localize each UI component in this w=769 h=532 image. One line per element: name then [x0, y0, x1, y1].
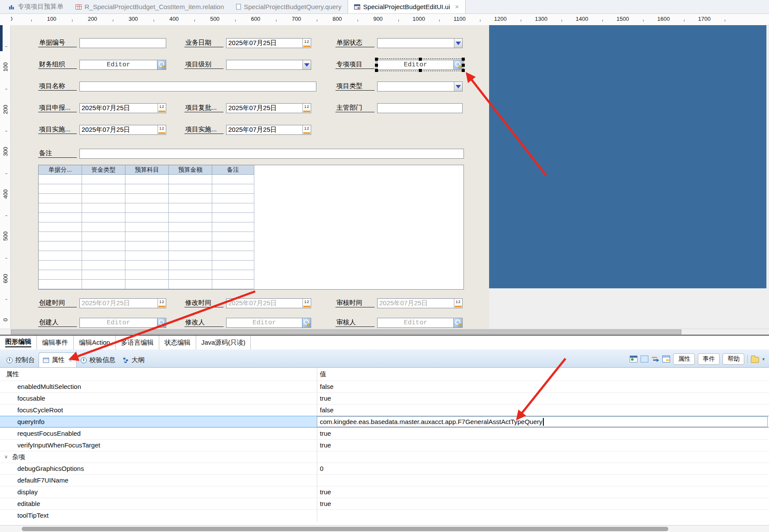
calendar-button[interactable]	[302, 39, 311, 48]
canvas-horizontal-scrollbar[interactable]	[0, 329, 769, 335]
property-row[interactable]: toolTipText	[0, 509, 769, 521]
view-tab-outline[interactable]: 大纲	[119, 353, 148, 367]
f7-lookup-button[interactable]	[454, 60, 462, 69]
dropdown-arrow-button[interactable]	[302, 60, 311, 69]
selection-handle[interactable]	[462, 58, 465, 61]
editor-tab[interactable]: 专项项目预算单	[3, 0, 69, 13]
edit-mode-tab[interactable]: 多语言编辑	[116, 336, 159, 349]
editor-tab[interactable]: R_SpecialProjectBudget_CostItem_item.rel…	[69, 0, 230, 13]
field-dropdown[interactable]	[377, 38, 463, 48]
property-row[interactable]: requestFocusEnabledtrue	[0, 428, 769, 439]
property-row[interactable]: ∨杂项	[0, 451, 769, 463]
edit-mode-tab[interactable]: 编辑事件	[37, 336, 74, 349]
property-row[interactable]: queryInfocom.kingdee.eas.basedata.master…	[0, 416, 769, 428]
property-row[interactable]: focusabletrue	[0, 392, 769, 404]
field-date[interactable]: 2025年07月25日	[226, 125, 311, 135]
calendar-button[interactable]	[302, 104, 311, 113]
field-editor[interactable]: Editor	[377, 60, 463, 70]
property-row[interactable]: displaytrue	[0, 486, 769, 498]
field-date[interactable]: 2025年07月25日	[377, 298, 463, 308]
field-text[interactable]	[377, 103, 463, 113]
panel-button-帮助[interactable]: 帮助	[723, 353, 744, 365]
property-row[interactable]: verifyInputWhenFocusTargettrue	[0, 439, 769, 451]
f7-lookup-button[interactable]	[157, 318, 166, 327]
field-date[interactable]: 2025年07月25日	[226, 298, 311, 308]
panel-button-事件[interactable]: 事件	[698, 353, 720, 365]
form-design-canvas[interactable]: 单据编号业务日期2025年07月25日单据状态财务组织Editor项目级别专项项…	[11, 25, 489, 329]
grid-column-header[interactable]: 备注	[212, 165, 254, 175]
edit-mode-tab[interactable]: 状态编辑	[159, 336, 196, 349]
field-dropdown[interactable]	[226, 60, 311, 70]
property-row[interactable]: editabletrue	[0, 498, 769, 509]
scrollbar-thumb[interactable]	[11, 330, 681, 334]
field-date[interactable]: 2025年07月25日	[79, 298, 166, 308]
close-icon[interactable]: ✕	[68, 357, 72, 363]
ruler-label: 1200	[494, 16, 507, 22]
folder-icon[interactable]	[751, 357, 759, 363]
selection-handle[interactable]	[375, 64, 378, 67]
dropdown-arrow-button[interactable]	[454, 39, 462, 48]
f7-lookup-button[interactable]	[157, 60, 166, 69]
property-row[interactable]: focusCycleRootfalse	[0, 404, 769, 416]
grid-column-header[interactable]: 资金类型	[82, 165, 125, 175]
scrollbar-thumb[interactable]	[22, 527, 668, 531]
editor-tab[interactable]: SpecialProjectBudgetQuery.query	[230, 0, 348, 13]
detail-grid[interactable]: 单据分...资金类型预算科目预算金额备注	[38, 165, 464, 290]
editor-tab[interactable]: SpecialProjectBudgetEditUI.ui✕	[348, 0, 466, 13]
open-new-window-icon[interactable]	[630, 356, 638, 362]
selection-handle[interactable]	[462, 69, 465, 72]
field-editor[interactable]: Editor	[79, 60, 166, 70]
f7-lookup-button[interactable]	[302, 318, 311, 327]
selection-handle[interactable]	[462, 64, 465, 67]
property-row[interactable]: debugGraphicsOptions0	[0, 463, 769, 474]
chevron-down-icon[interactable]: ∨	[4, 454, 8, 460]
view-tab-properties[interactable]: 属性✕	[39, 352, 77, 367]
field-editor[interactable]: Editor	[79, 318, 166, 328]
dropdown-arrow-button[interactable]	[454, 82, 462, 91]
property-row[interactable]: enabledMultiSelectionfalse	[0, 381, 769, 392]
ruler-label: 900	[373, 16, 383, 22]
field-date[interactable]: 2025年07月25日	[79, 125, 166, 135]
selection-handle[interactable]	[419, 69, 422, 72]
grid-column-header[interactable]: 预算金额	[169, 165, 212, 175]
calendar-button[interactable]	[302, 299, 311, 308]
sort-arrows-icon[interactable]	[651, 356, 659, 362]
field-date[interactable]: 2025年07月25日	[226, 103, 311, 113]
calendar-button[interactable]	[302, 125, 311, 134]
field-value: 2025年07月25日	[80, 104, 158, 112]
chevron-down-icon[interactable]: ▾	[762, 356, 765, 362]
edit-mode-tab[interactable]: Java源码(只读)	[196, 336, 251, 349]
view-tab-console[interactable]: 控制台	[3, 353, 39, 367]
field-date[interactable]: 2025年07月25日	[79, 103, 166, 113]
close-icon[interactable]: ✕	[455, 4, 459, 10]
view-tab-validation[interactable]: 校验信息	[77, 353, 119, 367]
selection-handle[interactable]	[375, 58, 378, 61]
grid-column-header[interactable]: 预算科目	[125, 165, 169, 175]
grid-column-header[interactable]: 单据分...	[39, 165, 82, 175]
property-name: requestFocusEnabled	[17, 430, 81, 437]
field-text[interactable]	[79, 149, 464, 159]
f7-lookup-button[interactable]	[454, 318, 462, 327]
selection-handle[interactable]	[419, 58, 422, 61]
field-editor[interactable]: Editor	[377, 318, 463, 328]
calendar-button[interactable]	[158, 299, 166, 308]
calendar-button[interactable]	[454, 299, 462, 308]
property-value-editor[interactable]: com.kingdee.eas.basedata.master.auxacct.…	[317, 416, 768, 427]
property-name: editable	[17, 500, 40, 507]
field-date[interactable]: 2025年07月25日	[226, 38, 311, 48]
field-text[interactable]	[79, 38, 166, 48]
edit-mode-tab[interactable]: 编辑Action	[74, 336, 116, 349]
selection-handle[interactable]	[375, 69, 378, 72]
ruler-label: 0	[2, 312, 9, 328]
edit-mode-tab[interactable]: 图形编辑	[0, 336, 37, 349]
calendar-button[interactable]	[158, 125, 166, 134]
field-dropdown[interactable]	[377, 82, 463, 91]
bottom-horizontal-scrollbar[interactable]	[0, 525, 769, 532]
calendar-button[interactable]	[158, 104, 166, 113]
panel-button-属性[interactable]: 属性	[673, 353, 695, 365]
field-text[interactable]	[79, 82, 316, 91]
field-editor[interactable]: Editor	[226, 318, 311, 328]
tree-hierarchy-icon[interactable]	[641, 356, 648, 362]
property-row[interactable]: defaultF7UIName	[0, 474, 769, 486]
restore-table-icon[interactable]	[662, 356, 670, 362]
